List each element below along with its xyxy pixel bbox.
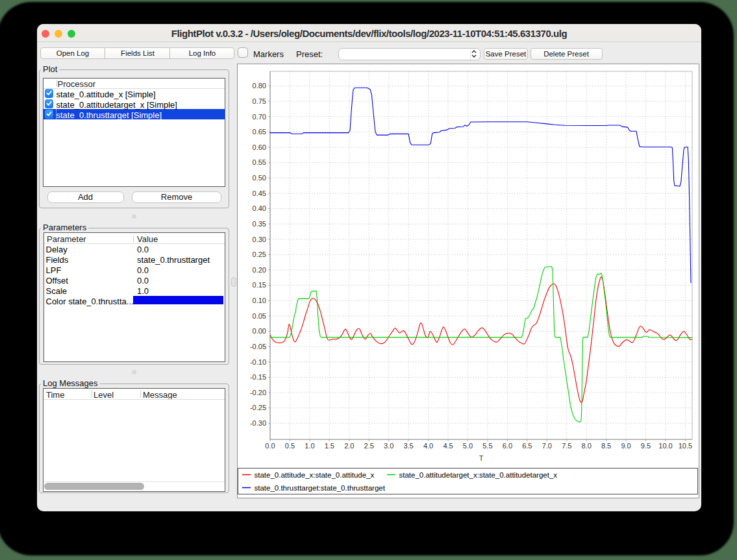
svg-text:0.5: 0.5 — [284, 442, 294, 450]
svg-text:0.10: 0.10 — [252, 297, 266, 304]
svg-text:10.5: 10.5 — [678, 442, 692, 450]
svg-text:-0.30: -0.30 — [249, 419, 266, 427]
svg-text:0.45: 0.45 — [252, 189, 266, 197]
svg-text:0.50: 0.50 — [252, 174, 266, 182]
svg-text:0.65: 0.65 — [252, 128, 266, 136]
svg-text:9.0: 9.0 — [621, 442, 631, 450]
svg-text:0.70: 0.70 — [252, 112, 266, 120]
svg-text:8.0: 8.0 — [581, 442, 591, 450]
svg-text:0.00: 0.00 — [252, 327, 266, 335]
svg-text:5.5: 5.5 — [482, 442, 492, 450]
svg-text:0.55: 0.55 — [252, 158, 266, 166]
svg-text:0.60: 0.60 — [252, 143, 266, 151]
svg-text:0.40: 0.40 — [252, 204, 266, 212]
svg-text:7.0: 7.0 — [542, 442, 551, 450]
svg-text:9.5: 9.5 — [640, 442, 650, 450]
svg-text:0.20: 0.20 — [252, 265, 266, 273]
svg-text:0.30: 0.30 — [252, 235, 266, 243]
svg-text:10.0: 10.0 — [658, 442, 672, 450]
svg-text:5.0: 5.0 — [462, 442, 472, 450]
svg-text:-0.05: -0.05 — [249, 342, 266, 350]
svg-text:0.0: 0.0 — [265, 442, 275, 450]
svg-text:8.5: 8.5 — [601, 442, 610, 450]
svg-text:2.0: 2.0 — [344, 442, 354, 450]
svg-text:0.75: 0.75 — [252, 97, 266, 104]
svg-text:0.80: 0.80 — [252, 82, 266, 90]
svg-text:3.0: 3.0 — [384, 442, 393, 450]
svg-text:-0.10: -0.10 — [249, 358, 266, 365]
svg-text:-0.25: -0.25 — [249, 404, 266, 411]
svg-text:4.5: 4.5 — [443, 442, 453, 450]
svg-text:6.0: 6.0 — [502, 442, 512, 450]
svg-text:7.5: 7.5 — [562, 442, 571, 450]
svg-text:0.35: 0.35 — [252, 219, 266, 227]
svg-text:T: T — [479, 454, 483, 462]
svg-text:2.5: 2.5 — [364, 442, 373, 450]
svg-text:0.15: 0.15 — [252, 281, 266, 289]
svg-text:0.25: 0.25 — [252, 250, 266, 258]
svg-text:0.05: 0.05 — [252, 311, 266, 319]
svg-text:1.0: 1.0 — [305, 442, 314, 450]
svg-text:-0.15: -0.15 — [249, 373, 266, 381]
svg-text:-0.20: -0.20 — [249, 388, 266, 396]
svg-text:1.5: 1.5 — [324, 442, 334, 450]
svg-text:4.0: 4.0 — [423, 442, 432, 450]
svg-text:3.5: 3.5 — [403, 442, 413, 450]
svg-text:6.5: 6.5 — [522, 442, 532, 450]
